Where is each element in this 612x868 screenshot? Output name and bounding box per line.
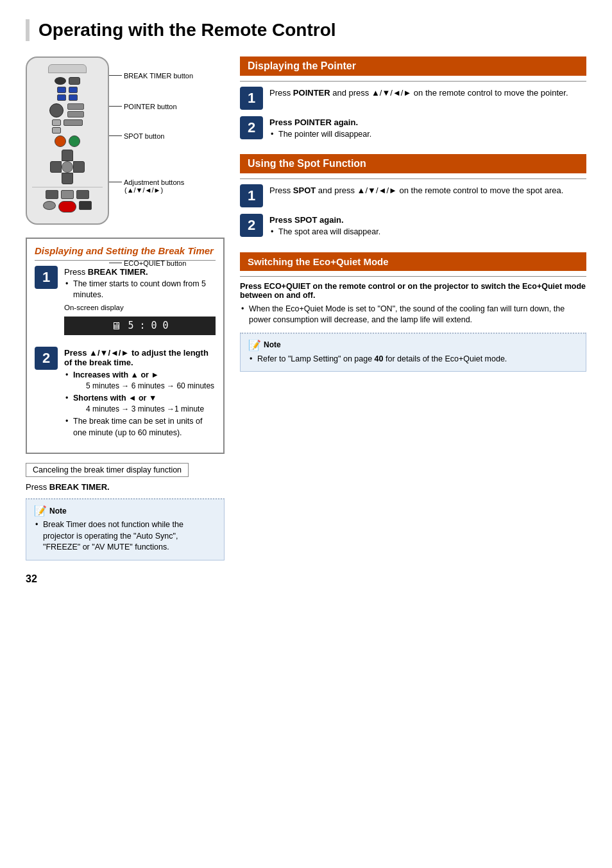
dpad-down[interactable] (62, 173, 73, 184)
eco-note-text: Refer to "Lamp Setting" on page 40 for d… (248, 354, 578, 365)
callout-break-timer: BREAK TIMER button (109, 72, 193, 80)
break-timer-note: 📝 Note Break Timer does not function whi… (26, 498, 225, 560)
spot-step2: 2 Press SPOT again. The spot area will d… (240, 214, 586, 239)
timer-value: 5 : 0 0 (128, 320, 168, 331)
spot-section: Using the Spot Function 1 Press SPOT and… (240, 154, 586, 239)
callout-spot: SPOT button (109, 132, 164, 140)
page-number: 32 (26, 573, 225, 585)
eco-note: 📝 Note Refer to "Lamp Setting" on page 4… (240, 333, 586, 372)
step1-number: 1 (35, 266, 58, 289)
spot-section-header: Using the Spot Function (240, 154, 586, 173)
break-timer-step2: 2 Press ▲/▼/◄/► to adjust the length of … (35, 347, 216, 440)
cancel-instruction: Press BREAK TIMER. (26, 482, 225, 492)
pointer-step1-content: Press POINTER and press ▲/▼/◄/► on the r… (269, 87, 586, 98)
cancel-box: Canceling the break timer display functi… (26, 463, 189, 477)
pointer-section-header: Displaying the Pointer (240, 56, 586, 76)
timer-display: 🖥 5 : 0 0 (64, 317, 216, 335)
pointer-step2-num: 2 (240, 116, 263, 139)
break-timer-step1: 1 Press BREAK TIMER. The timer starts to… (35, 266, 216, 340)
dpad-up[interactable] (62, 150, 73, 161)
spot-step2-bullet: The spot area will disappear. (269, 227, 586, 238)
step2-shorten: Shortens with ◄ or ▼ 4 minutes → 3 minut… (64, 393, 216, 415)
dpad-center[interactable] (62, 161, 73, 173)
pointer-step2-bullet: The pointer will disappear. (269, 129, 586, 141)
timer-icon: 🖥 (111, 320, 121, 332)
break-timer-header: Displaying and Setting the Break Timer (35, 245, 216, 256)
step2-content: Press ▲/▼/◄/► to adjust the length of th… (64, 347, 216, 440)
break-timer-section: Displaying and Setting the Break Timer 1… (26, 238, 225, 455)
spot-step2-content: Press SPOT again. The spot area will dis… (269, 214, 586, 239)
eco-section: Switching the Eco+Quiet Mode Press ECO+Q… (240, 252, 586, 372)
spot-step1-content: Press SPOT and press ▲/▼/◄/► on the remo… (269, 184, 586, 195)
pointer-step2: 2 Press POINTER again. The pointer will … (240, 116, 586, 142)
onscreen-label: On-screen display (64, 304, 216, 311)
callout-adjustment: Adjustment buttons (▲/▼/◄/►) (109, 178, 184, 194)
callout-pointer: POINTER button (109, 103, 177, 110)
step1-content: Press BREAK TIMER. The timer starts to c… (64, 266, 216, 340)
dpad-right[interactable] (73, 161, 85, 173)
eco-bullet1: When the Eco+Quiet Mode is set to "ON", … (240, 304, 586, 326)
remote-body (26, 56, 109, 225)
eco-section-header: Switching the Eco+Quiet Mode (240, 252, 586, 271)
pointer-step1-num: 1 (240, 87, 263, 110)
page-title: Operating with the Remote Control (26, 19, 586, 41)
step2-number: 2 (35, 347, 58, 370)
pointer-step2-content: Press POINTER again. The pointer will di… (269, 116, 586, 142)
break-timer-note-text: Break Timer does not function while the … (34, 519, 216, 553)
note-icon-right: 📝 (248, 339, 261, 351)
note-icon-left: 📝 (34, 505, 47, 517)
eco-main-instruction: Press ECO+QUIET on the remote control or… (240, 282, 586, 300)
spot-step1-num: 1 (240, 184, 263, 207)
pointer-step1: 1 Press POINTER and press ▲/▼/◄/► on the… (240, 87, 586, 110)
step2-units: The break time can be set in units of on… (64, 416, 216, 438)
spot-step2-num: 2 (240, 214, 263, 237)
note-header-right: 📝 Note (248, 339, 578, 351)
cancel-box-wrapper: Canceling the break timer display functi… (26, 463, 225, 480)
pointer-section: Displaying the Pointer 1 Press POINTER a… (240, 56, 586, 142)
spot-step1: 1 Press SPOT and press ▲/▼/◄/► on the re… (240, 184, 586, 207)
step2-increase: Increases with ▲ or ► 5 minutes → 6 minu… (64, 370, 216, 392)
left-column: BREAK TIMER button POINTER button SPOT b… (26, 56, 225, 585)
dpad-left[interactable] (50, 161, 62, 173)
callout-eco-quiet: ECO+QUIET button (109, 259, 186, 267)
note-header-left: 📝 Note (34, 505, 216, 517)
step1-bullet1: The timer starts to count down from 5 mi… (64, 279, 216, 301)
right-column: Displaying the Pointer 1 Press POINTER a… (240, 56, 586, 585)
remote-illustration: BREAK TIMER button POINTER button SPOT b… (26, 56, 212, 225)
